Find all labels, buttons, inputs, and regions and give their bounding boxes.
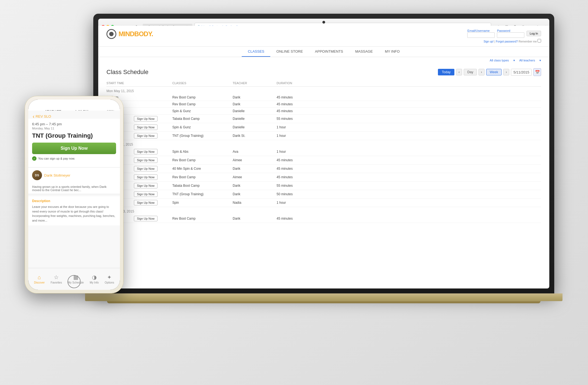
day-header-wed: Wed May 13, 2015	[106, 207, 541, 214]
day-view-button[interactable]: Day	[464, 69, 477, 75]
password-input[interactable]	[497, 32, 524, 38]
signup-button[interactable]: Sign Up Now	[134, 200, 157, 205]
auth-fields: Email/Username Password Log In	[467, 29, 541, 38]
phone-screen-container: ●●●●● AT&T LTE 1:30 PM ▲ 100% ‹ REV SLO	[28, 100, 120, 290]
logo-text: MINDBODY.	[119, 30, 153, 38]
phone-description-section: Description Leave your excuses at the do…	[28, 196, 120, 225]
nav-item-appointments[interactable]: APPOINTMENTS	[309, 47, 349, 57]
prev-button[interactable]: ‹	[456, 69, 462, 75]
nav-item-online-store[interactable]: ONLINE STORE	[270, 47, 309, 57]
remember-checkbox[interactable]	[538, 39, 541, 43]
signup-button[interactable]: Sign Up Now	[134, 124, 157, 130]
phone-content: 6:45 pm – 7:45 pm Monday, May 11 TNT (Gr…	[28, 119, 120, 268]
phone-class-name: TNT (Group Training)	[32, 132, 93, 139]
table-row: 5:35 pm Sign Up Now TNT (Group Training)…	[106, 190, 541, 199]
table-row: 6:15 am Sign Up Now Rev Boot CampDarik45…	[106, 214, 541, 223]
laptop-screen-bezel: ‹ › ↻ clients.mindbodyonline.com ✕ 🔒 htt…	[98, 19, 549, 288]
signup-button[interactable]: Sign Up Now	[134, 183, 157, 188]
table-header: Start time Classes Teacher Duration	[106, 80, 541, 87]
schedule-controls: Today ‹ Day › Week › 5/11/2015 📅	[438, 68, 541, 76]
laptop-screen: MINDBODY. Email/Username	[98, 26, 549, 288]
divider	[28, 194, 120, 194]
laptop-camera	[322, 21, 325, 24]
teacher-bio: Having grown up in a sports oriented fam…	[28, 183, 120, 194]
scene: ‹ › ↻ clients.mindbodyonline.com ✕ 🔒 htt…	[0, 0, 588, 385]
signup-button[interactable]: Sign Up Now	[134, 149, 157, 154]
table-row: 6:15 am Sign Up Now Rev Boot CampAimee45…	[106, 156, 541, 165]
signup-button[interactable]: Sign Up Now	[134, 157, 157, 163]
tab-my-info[interactable]: ◑ My Info	[90, 274, 99, 284]
nav-item-my-info[interactable]: MY INFO	[379, 47, 406, 57]
laptop-body: ‹ › ↻ clients.mindbodyonline.com ✕ 🔒 htt…	[93, 14, 554, 293]
description-text: Leave your excuses at the door because y…	[32, 205, 116, 223]
col-teacher: Teacher	[233, 81, 277, 85]
table-row: 12:15 pmSpin & GunzDanielle45 minutes	[106, 108, 541, 115]
col-duration: Duration	[277, 81, 310, 85]
signup-button[interactable]: Sign Up Now	[134, 174, 157, 180]
signup-button[interactable]: Sign Up Now	[134, 133, 157, 138]
tab-favorites[interactable]: ☆ Favorites	[51, 274, 62, 284]
site-nav: CLASSES ONLINE STORE APPOINTMENTS MASSAG…	[98, 47, 549, 57]
phone-screen: 6:45 pm – 7:45 pm Monday, May 11 TNT (Gr…	[28, 119, 120, 268]
schedule: Class Schedule Today ‹ Day › Week › 5/11…	[98, 64, 549, 273]
teacher-name: Darik Stollmeyer	[44, 173, 70, 177]
phone-time-range: 6:45 pm – 7:45 pm	[32, 122, 93, 126]
signup-button[interactable]: Sign Up Now	[134, 166, 157, 171]
nav-item-classes[interactable]: CLASSES	[242, 47, 270, 57]
email-label: Email/Username	[467, 29, 495, 32]
table-row: 12:15 pm Sign Up Now Rev Boot CampAimee4…	[106, 173, 541, 182]
auth-links: Sign up! | Forgot password? Remember me	[483, 39, 541, 43]
site-header: MINDBODY. Email/Username	[98, 26, 549, 47]
password-label: Password	[497, 29, 524, 32]
table-row: 4:30 pm Sign Up Now Tabata Boot CampDani…	[106, 115, 541, 123]
laptop-base: MacBook	[85, 293, 562, 301]
table-row: 6:00 am Sign Up Now Spin & AbsAva1 hour	[106, 148, 541, 156]
login-button[interactable]: Log In	[527, 31, 541, 36]
table-row: 4:30 pm Sign Up Now Tabata Boot CampDari…	[106, 182, 541, 190]
table-row: 6:35 pm Sign Up Now SpinNadia1 hour	[106, 199, 541, 207]
phone-signup-button[interactable]: Sign Up Now	[32, 143, 116, 154]
description-title: Description	[32, 199, 116, 203]
website: MINDBODY. Email/Username	[98, 26, 549, 273]
class-types-filter[interactable]: All class types	[490, 59, 509, 62]
table-row: 6:15 amRev Boot CampDarik45 minutes	[106, 94, 541, 101]
site-auth: Email/Username Password Log In	[467, 29, 541, 43]
tab-options[interactable]: ✦ Options	[105, 274, 114, 284]
week-next-button[interactable]: ›	[503, 69, 509, 75]
next-button[interactable]: ›	[479, 69, 485, 75]
discover-icon: ⌂	[38, 274, 41, 281]
table-row: 12:15 pm Sign Up Now 40 Min Spin & CoreD…	[106, 165, 541, 173]
tab-discover[interactable]: ⌂ Discover	[34, 274, 45, 284]
col-start-time: Start time	[106, 81, 134, 85]
table-row: 5:35 pm Sign Up Now Spin & GunzDanielle1…	[106, 123, 541, 132]
teachers-filter[interactable]: All teachers	[519, 59, 535, 62]
teacher-avatar: DS	[32, 170, 42, 180]
phone: ●●●●● AT&T LTE 1:30 PM ▲ 100% ‹ REV SLO	[25, 96, 123, 293]
table-row: 12:15 pmRev Boot CampDarik45 minutes	[106, 101, 541, 108]
signup-button[interactable]: Sign Up Now	[134, 216, 157, 221]
week-view-button[interactable]: Week	[486, 69, 502, 75]
signup-button[interactable]: Sign Up Now	[134, 191, 157, 197]
phone-body: ●●●●● AT&T LTE 1:30 PM ▲ 100% ‹ REV SLO	[25, 96, 123, 293]
back-label: REV SLO	[36, 114, 51, 118]
calendar-icon[interactable]: 📅	[533, 68, 541, 76]
phone-home-button[interactable]	[67, 275, 81, 288]
signup-button[interactable]: Sign Up Now	[134, 116, 157, 121]
day-header-tue: Tue May 12, 2015	[106, 140, 541, 148]
date-display: 5/11/2015	[511, 69, 532, 76]
info-icon: ◑	[92, 274, 97, 281]
forgot-password-link[interactable]: Forgot password?	[496, 40, 518, 43]
options-icon: ✦	[107, 274, 112, 281]
col-signup	[134, 81, 172, 85]
phone-class-date: Monday, May 11	[32, 127, 93, 130]
phone-class-header: 6:45 pm – 7:45 pm Monday, May 11 TNT (Gr…	[28, 119, 120, 167]
logo-icon	[106, 29, 116, 39]
schedule-header-row: Class Schedule Today ‹ Day › Week › 5/11…	[106, 68, 541, 76]
phone-teacher: DS Darik Stollmeyer	[28, 168, 120, 183]
today-button[interactable]: Today	[438, 69, 454, 75]
nav-item-massage[interactable]: MASSAGE	[349, 47, 379, 57]
filters-bar: All class types ▾ All teachers ▾	[98, 57, 549, 64]
signup-link[interactable]: Sign up!	[483, 40, 494, 43]
schedule-title: Class Schedule	[106, 69, 148, 76]
email-input[interactable]	[467, 32, 495, 38]
